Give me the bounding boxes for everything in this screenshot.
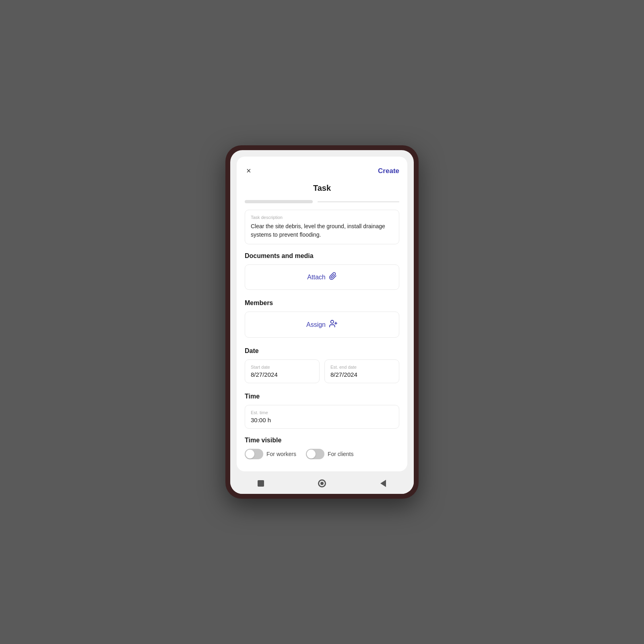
clients-toggle-label: For clients: [328, 451, 354, 457]
start-date-value: 8/27/2024: [251, 371, 314, 378]
workers-toggle-knob: [246, 450, 254, 458]
square-icon: [258, 480, 264, 487]
workers-toggle[interactable]: [245, 449, 263, 459]
description-box[interactable]: Task description Clear the site debris, …: [245, 210, 399, 244]
clients-toggle-item: For clients: [306, 449, 354, 459]
input-row: [245, 200, 399, 203]
end-date-label: Est. end date: [330, 365, 393, 369]
est-time-value: 30:00 h: [251, 417, 393, 423]
attach-button[interactable]: Attach: [245, 264, 399, 290]
modal-title: Task: [245, 184, 399, 193]
workers-toggle-item: For workers: [245, 449, 296, 459]
back-icon: [380, 480, 386, 487]
task-subtitle-input[interactable]: [318, 202, 399, 202]
assign-button[interactable]: Assign: [245, 312, 399, 338]
description-text: Clear the site debris, level the ground,…: [251, 222, 393, 239]
attach-label: Attach: [307, 274, 325, 281]
date-section-title: Date: [245, 347, 399, 355]
clients-toggle[interactable]: [306, 449, 324, 459]
create-button[interactable]: Create: [378, 167, 399, 175]
end-date-field[interactable]: Est. end date 8/27/2024: [324, 359, 399, 383]
assign-label: Assign: [306, 321, 326, 328]
time-section-title: Time: [245, 393, 399, 400]
modal-card: × Create Task Task description Clear the…: [237, 157, 407, 471]
phone-screen: × Create Task Task description Clear the…: [230, 150, 414, 494]
nav-back-button[interactable]: [378, 478, 389, 489]
task-name-input[interactable]: [245, 200, 313, 203]
documents-section-title: Documents and media: [245, 252, 399, 260]
phone-device: × Create Task Task description Clear the…: [225, 145, 419, 499]
est-time-label: Est. time: [251, 410, 393, 415]
start-date-field[interactable]: Start date 8/27/2024: [245, 359, 320, 383]
modal-container: × Create Task Task description Clear the…: [230, 150, 414, 494]
modal-header: × Create: [245, 165, 399, 177]
time-visible-section-title: Time visible: [245, 437, 399, 444]
description-label: Task description: [251, 215, 393, 220]
workers-toggle-label: For workers: [266, 451, 296, 457]
nav-home-button[interactable]: [316, 478, 328, 489]
clients-toggle-knob: [307, 450, 316, 458]
paperclip-icon: [329, 272, 337, 282]
members-section-title: Members: [245, 299, 399, 307]
nav-square-button[interactable]: [255, 478, 266, 489]
toggle-row: For workers For clients: [245, 449, 399, 459]
svg-point-0: [331, 320, 334, 323]
start-date-label: Start date: [251, 365, 314, 369]
nav-bar: [230, 471, 414, 494]
date-row: Start date 8/27/2024 Est. end date 8/27/…: [245, 359, 399, 383]
add-person-icon: [329, 319, 338, 330]
end-date-value: 8/27/2024: [330, 371, 393, 378]
home-icon: [318, 479, 326, 487]
time-field[interactable]: Est. time 30:00 h: [245, 405, 399, 429]
close-button[interactable]: ×: [245, 165, 253, 177]
